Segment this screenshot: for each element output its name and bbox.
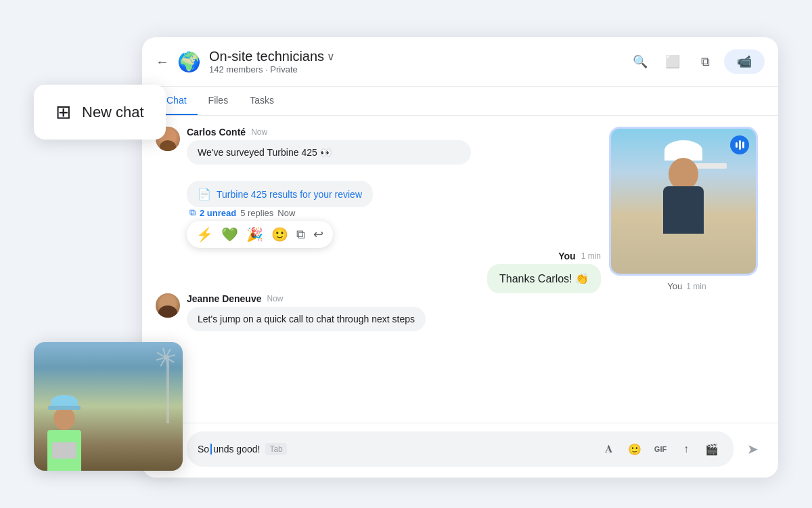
- laptop: [52, 442, 76, 459]
- you-message-group: You 1 min Thanks Carlos! 👏: [156, 251, 601, 293]
- message-bubble-turbine: We've surveyed Turbine 425 👀: [187, 140, 471, 165]
- message-content-jeanne: Jeanne Deneuve Now Let's jump on a quick…: [187, 293, 601, 335]
- sender-row-jeanne: Jeanne Deneuve Now: [187, 293, 601, 304]
- technician-photo-card: ✳: [34, 342, 183, 471]
- unread-badge: 2 unread: [200, 208, 236, 218]
- jeanne-message-bubble: Let's jump on a quick call to chat throu…: [187, 307, 426, 331]
- message-content-carlos: Carlos Conté Now We've surveyed Turbine …: [187, 127, 601, 218]
- channel-meta: 142 members · Private: [209, 64, 618, 75]
- new-chat-label: New chat: [82, 104, 144, 121]
- sender-row-carlos: Carlos Conté Now: [187, 127, 601, 137]
- back-button[interactable]: ←: [156, 54, 169, 70]
- input-actions: 𝐀 🙂 GIF ↑ 🎬: [598, 438, 723, 460]
- new-chat-card[interactable]: ⊞ New chat: [34, 85, 166, 140]
- field-person-figure: [47, 395, 81, 471]
- video-call-button[interactable]: 📹: [724, 49, 765, 74]
- video-face: [669, 158, 698, 190]
- message-input[interactable]: Sounds good! Tab: [198, 443, 593, 455]
- reply-reaction-icon[interactable]: ↩: [313, 227, 323, 242]
- chat-input-area: ⊕ Sounds good! Tab 𝐀 🙂 GIF ↑ 🎬 ➤: [142, 423, 778, 478]
- audio-bar-1: [736, 142, 738, 148]
- send-button[interactable]: ➤: [740, 437, 765, 461]
- video-add-button[interactable]: 🎬: [701, 438, 723, 460]
- turbine-blades-icon: ✳: [148, 342, 183, 377]
- video-person-figure: [643, 133, 724, 269]
- gif-button[interactable]: GIF: [650, 438, 671, 460]
- text-cursor: [210, 444, 212, 454]
- chat-window: ← 🌍 On-site technicians ∨ 142 members · …: [142, 37, 778, 478]
- you-message-time: 1 min: [581, 251, 601, 261]
- video-call-time: 1 min: [686, 282, 706, 291]
- messages-row: Carlos Conté Now We've surveyed Turbine …: [156, 127, 765, 335]
- channel-name: On-site technicians ∨: [209, 49, 618, 64]
- chat-messages: Carlos Conté Now We've surveyed Turbine …: [142, 116, 778, 423]
- new-chat-icon: ⊞: [55, 101, 71, 123]
- hard-hat: [51, 395, 78, 408]
- channel-info: On-site technicians ∨ 142 members · Priv…: [209, 49, 618, 75]
- left-messages: Carlos Conté Now We've surveyed Turbine …: [156, 127, 601, 335]
- chat-header: ← 🌍 On-site technicians ∨ 142 members · …: [142, 37, 778, 87]
- audio-bar-2: [739, 140, 741, 150]
- reaction-party[interactable]: 🎉: [246, 226, 263, 242]
- reaction-lightning[interactable]: ⚡: [196, 226, 213, 242]
- chevron-down-icon[interactable]: ∨: [327, 50, 335, 63]
- message-group-jeanne: Jeanne Deneuve Now Let's jump on a quick…: [156, 293, 601, 335]
- reaction-smile[interactable]: 🙂: [271, 226, 288, 242]
- text-format-button[interactable]: 𝐀: [598, 438, 620, 460]
- avatar-jeanne: [156, 293, 180, 318]
- sender-name-carlos: Carlos Conté: [187, 127, 246, 137]
- video-frame: [609, 127, 758, 276]
- message-group-carlos: Carlos Conté Now We've surveyed Turbine …: [156, 127, 601, 218]
- jeanne-message-time: Now: [267, 294, 284, 303]
- video-icon: 📹: [737, 54, 752, 69]
- tab-files[interactable]: Files: [198, 87, 240, 115]
- header-actions: 🔍 ⬜ ⧉ 📹: [627, 48, 765, 75]
- reaction-toolbar: ⚡ 💚 🎉 🙂 ⧉ ↩: [187, 221, 333, 248]
- reply-info[interactable]: ⧉ 2 unread 5 replies Now: [189, 207, 601, 218]
- you-sender-name: You: [558, 251, 575, 261]
- reply-time: Now: [277, 208, 295, 218]
- chat-tabs: Chat Files Tasks: [142, 87, 778, 116]
- doc-bubble-results[interactable]: 📄 Turbine 425 results for your review: [187, 181, 373, 207]
- video-jacket: [663, 186, 704, 234]
- emoji-button[interactable]: 🙂: [624, 438, 646, 460]
- reply-count: 5 replies: [240, 208, 273, 218]
- video-call-widget: You 1 min: [609, 127, 765, 335]
- person-head: [53, 407, 75, 430]
- thread-button[interactable]: ⧉: [692, 48, 719, 75]
- audio-bar-3: [742, 142, 744, 148]
- screen-share-button[interactable]: ⬜: [659, 48, 686, 75]
- tab-key-hint: Tab: [265, 443, 286, 455]
- reply-thread-icon: ⧉: [189, 207, 196, 218]
- message-input-box[interactable]: Sounds good! Tab 𝐀 🙂 GIF ↑ 🎬: [187, 431, 734, 467]
- turbine-background: ✳: [166, 356, 169, 423]
- safety-vest: [47, 430, 81, 471]
- globe-icon: 🌍: [177, 51, 201, 73]
- audio-indicator: [730, 135, 749, 154]
- sender-name-jeanne: Jeanne Deneuve: [187, 293, 262, 304]
- you-sender-row: You 1 min: [558, 251, 601, 261]
- video-label-row: You 1 min: [609, 281, 765, 291]
- tab-tasks[interactable]: Tasks: [239, 87, 285, 115]
- document-icon: 📄: [198, 188, 211, 200]
- search-button[interactable]: 🔍: [627, 48, 654, 75]
- upload-button[interactable]: ↑: [675, 438, 697, 460]
- message-time-carlos: Now: [251, 127, 267, 137]
- reaction-heart[interactable]: 💚: [221, 226, 238, 242]
- video-you-label: You: [667, 281, 682, 291]
- thread-reaction-icon[interactable]: ⧉: [296, 228, 305, 242]
- thanks-bubble: Thanks Carlos! 👏: [487, 264, 601, 293]
